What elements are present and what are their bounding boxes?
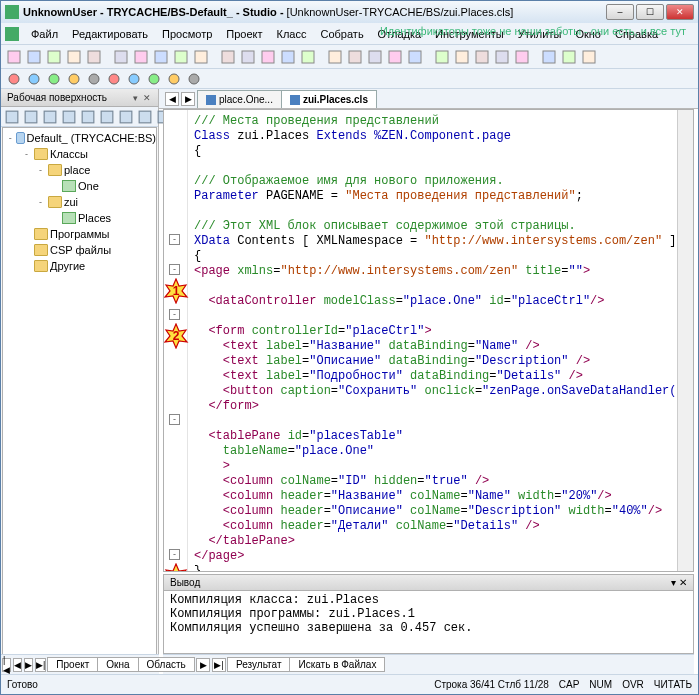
editor-scrollbar[interactable] [677, 110, 693, 571]
toolbar2-btn-0[interactable] [5, 70, 23, 88]
toolbar-btn-5[interactable] [112, 48, 130, 66]
toolbar-btn-11[interactable] [239, 48, 257, 66]
tab-next-button[interactable]: ▶ [181, 92, 195, 106]
toolbar2-btn-1[interactable] [25, 70, 43, 88]
sidetool-1[interactable] [23, 109, 39, 125]
toolbar-btn-15[interactable] [326, 48, 344, 66]
tree-node[interactable]: -Классы [3, 146, 156, 162]
sidetool-5[interactable] [99, 109, 115, 125]
toolbar-btn-6[interactable] [132, 48, 150, 66]
toolbar-btn-12[interactable] [259, 48, 277, 66]
tree-node[interactable]: Программы [3, 226, 156, 242]
btab-project[interactable]: Проект [47, 657, 98, 672]
output-panel: Вывод ▾ ✕ Компиляция класса: zui.PlacesК… [163, 574, 694, 654]
tree-node[interactable]: Places [3, 210, 156, 226]
toolbar-btn-4[interactable] [85, 48, 103, 66]
toolbar-secondary: document.write(Array.from({length:10},(_… [1, 69, 698, 89]
toolbar-btn-26[interactable] [560, 48, 578, 66]
toolbar-btn-20[interactable] [433, 48, 451, 66]
menu-view[interactable]: Просмотр [156, 26, 218, 42]
bbar-last-icon[interactable]: ▶| [212, 658, 226, 672]
sidetool-0[interactable] [4, 109, 20, 125]
btab-scope[interactable]: Область [138, 657, 195, 672]
editor-gutter[interactable]: - - - - - 1 2 3 [164, 110, 188, 571]
tab-inactive[interactable]: place.One... [197, 90, 282, 108]
fold-icon[interactable]: - [169, 264, 180, 275]
minimize-button[interactable]: – [606, 4, 634, 20]
project-tree[interactable]: -Default_ (TRYCACHE:BS) -Классы-placeOne… [2, 127, 157, 674]
tree-node[interactable]: -place [3, 162, 156, 178]
menu-project[interactable]: Проект [220, 26, 268, 42]
menu-edit[interactable]: Редактировать [66, 26, 154, 42]
fold-icon[interactable]: - [169, 549, 180, 560]
side-panel-menu-icon[interactable]: ▾ ✕ [133, 93, 152, 103]
maximize-button[interactable]: ☐ [636, 4, 664, 20]
toolbar2-btn-6[interactable] [125, 70, 143, 88]
menu-class[interactable]: Класс [271, 26, 313, 42]
close-button[interactable]: ✕ [666, 4, 694, 20]
menu-build[interactable]: Собрать [314, 26, 369, 42]
fold-icon[interactable]: - [169, 309, 180, 320]
fold-icon[interactable]: - [169, 414, 180, 425]
toolbar2-btn-2[interactable] [45, 70, 63, 88]
btab-find[interactable]: Искать в Файлах [289, 657, 385, 672]
toolbar-btn-13[interactable] [279, 48, 297, 66]
tab-active[interactable]: zui.Places.cls [281, 90, 377, 108]
svg-rect-45 [139, 111, 151, 123]
toolbar2-btn-7[interactable] [145, 70, 163, 88]
toolbar-btn-14[interactable] [299, 48, 317, 66]
bbar-next-icon[interactable]: ▶ [196, 658, 210, 672]
sidetool-3[interactable] [61, 109, 77, 125]
toolbar-btn-9[interactable] [192, 48, 210, 66]
btab-result[interactable]: Результат [227, 657, 290, 672]
fold-icon[interactable]: - [169, 234, 180, 245]
toolbar2-btn-5[interactable] [105, 70, 123, 88]
menu-file[interactable]: Файл [25, 26, 64, 42]
code-editor[interactable]: - - - - - 1 2 3 /// Места проведения пре… [163, 109, 694, 572]
tree-node[interactable]: CSP файлы [3, 242, 156, 258]
sidetool-2[interactable] [42, 109, 58, 125]
output-body[interactable]: Компиляция класса: zui.PlacesКомпиляция … [164, 591, 693, 653]
sbar-last-icon[interactable]: ▶| [35, 658, 46, 672]
toolbar2-btn-8[interactable] [165, 70, 183, 88]
output-menu-icon[interactable]: ▾ ✕ [671, 577, 687, 588]
tree-node[interactable]: -zui [3, 194, 156, 210]
toolbar-btn-2[interactable] [45, 48, 63, 66]
toolbar-btn-24[interactable] [513, 48, 531, 66]
sbar-first-icon[interactable]: |◀ [2, 658, 11, 672]
toolbar-btn-7[interactable] [152, 48, 170, 66]
sbar-next-icon[interactable]: ▶ [24, 658, 33, 672]
toolbar2-btn-4[interactable] [85, 70, 103, 88]
svg-rect-14 [302, 51, 314, 63]
toolbar-btn-19[interactable] [406, 48, 424, 66]
toolbar-btn-27[interactable] [580, 48, 598, 66]
status-num: NUM [589, 679, 612, 690]
toolbar-btn-8[interactable] [172, 48, 190, 66]
svg-point-29 [29, 74, 39, 84]
sidetool-6[interactable] [118, 109, 134, 125]
toolbar-btn-23[interactable] [493, 48, 511, 66]
titlebar[interactable]: UnknownUser - TRYCACHE/BS-Default_ - Stu… [1, 1, 698, 23]
sbar-prev-icon[interactable]: ◀ [13, 658, 22, 672]
toolbar-btn-25[interactable] [540, 48, 558, 66]
toolbar-btn-17[interactable] [366, 48, 384, 66]
tab-prev-button[interactable]: ◀ [165, 92, 179, 106]
toolbar-btn-21[interactable] [453, 48, 471, 66]
toolbar-btn-10[interactable] [219, 48, 237, 66]
tree-node[interactable]: Другие [3, 258, 156, 274]
toolbar-btn-0[interactable] [5, 48, 23, 66]
toolbar-btn-22[interactable] [473, 48, 491, 66]
btab-windows[interactable]: Окна [97, 657, 138, 672]
tree-node[interactable]: One [3, 178, 156, 194]
code-body[interactable]: /// Места проведения представлений Class… [188, 110, 677, 571]
toolbar-btn-1[interactable] [25, 48, 43, 66]
sidetool-7[interactable] [137, 109, 153, 125]
sidetool-4[interactable] [80, 109, 96, 125]
toolbar-btn-16[interactable] [346, 48, 364, 66]
toolbar-btn-3[interactable] [65, 48, 83, 66]
tree-db[interactable]: -Default_ (TRYCACHE:BS) [3, 130, 156, 146]
side-toolbar: document.write(Array.from({length:9},(_,… [1, 107, 158, 127]
toolbar2-btn-3[interactable] [65, 70, 83, 88]
toolbar2-btn-9[interactable] [185, 70, 203, 88]
toolbar-btn-18[interactable] [386, 48, 404, 66]
